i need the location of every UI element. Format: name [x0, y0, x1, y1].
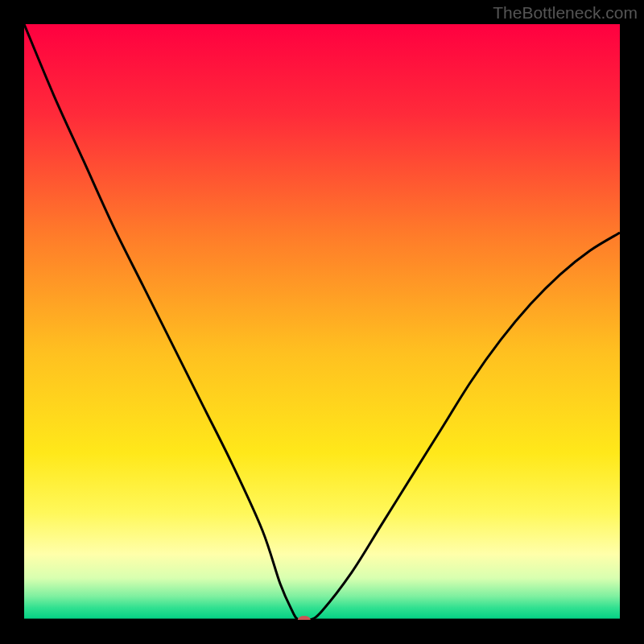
- chart-plot-area: [24, 24, 620, 620]
- gradient-background: [24, 24, 620, 620]
- chart-svg: [24, 24, 620, 620]
- watermark-text: TheBottleneck.com: [493, 3, 638, 23]
